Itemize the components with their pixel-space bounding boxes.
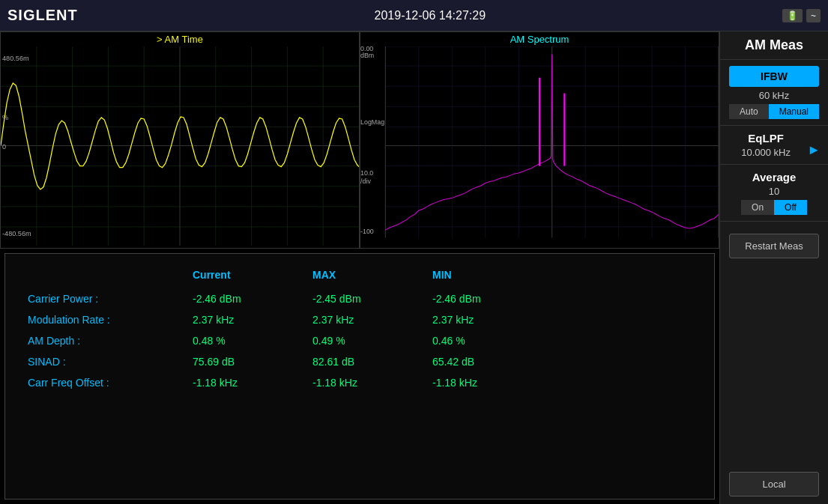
- ifbw-section: IFBW 60 kHz Auto Manual: [720, 59, 828, 125]
- eqlpf-arrow-icon[interactable]: ►: [807, 142, 824, 158]
- spectrum-chart-svg: 0.00 dBm LogMag 10.0 /div -100: [360, 46, 719, 246]
- average-section: Average 10 On Off: [720, 164, 828, 221]
- table-row: AM Depth : 0.48 % 0.49 % 0.46 %: [28, 330, 692, 351]
- eqlpf-section: EqLPF 10.000 kHz ►: [720, 125, 828, 164]
- average-toggle: On Off: [741, 200, 807, 215]
- data-panel: Current MAX MIN Carrier Power : -2.46 dB…: [4, 253, 715, 500]
- svg-text:480.56m: 480.56m: [2, 55, 29, 62]
- header-icons: 🔋 ~: [782, 9, 821, 22]
- svg-text:/div: /div: [360, 177, 372, 185]
- table-row: Carr Freq Offset : -1.18 kHz -1.18 kHz -…: [28, 372, 692, 393]
- ifbw-auto-button[interactable]: Auto: [729, 104, 769, 119]
- am-depth-current: 0.48 %: [193, 335, 312, 347]
- time-chart-title: > AM Time: [1, 32, 359, 46]
- carrier-power-max: -2.45 dBm: [312, 293, 432, 305]
- eqlpf-value: 10.000 kHz: [725, 147, 807, 158]
- header: SIGLENT 2019-12-06 14:27:29 🔋 ~: [0, 0, 828, 31]
- modulation-rate-current: 2.37 kHz: [193, 314, 312, 326]
- ifbw-value: 60 kHz: [759, 90, 789, 101]
- carrier-power-min: -2.46 dBm: [432, 293, 552, 305]
- average-value: 10: [769, 186, 779, 197]
- sinad-max: 82.61 dB: [312, 356, 432, 368]
- am-depth-min: 0.46 %: [432, 335, 552, 347]
- svg-text:-100: -100: [360, 228, 374, 236]
- svg-text:%: %: [2, 114, 8, 121]
- carr-freq-offset-min: -1.18 kHz: [432, 377, 552, 389]
- restart-meas-button[interactable]: Restart Meas: [729, 234, 819, 258]
- battery-icon: 🔋: [782, 9, 803, 22]
- am-depth-label: AM Depth :: [28, 335, 193, 347]
- svg-text:LogMag: LogMag: [360, 119, 384, 127]
- col-max: MAX: [312, 269, 432, 281]
- eqlpf-label: EqLPF: [725, 132, 807, 145]
- sinad-label: SINAD :: [28, 356, 193, 368]
- average-label: Average: [752, 171, 797, 183]
- datetime: 2019-12-06 14:27:29: [375, 9, 486, 22]
- left-area: > AM Time: [0, 31, 719, 504]
- col-min: MIN: [432, 269, 552, 281]
- modulation-rate-min: 2.37 kHz: [432, 314, 552, 326]
- time-chart-svg: 480.56m % 0 -480.56m: [1, 46, 359, 246]
- charts-row: > AM Time: [0, 31, 719, 249]
- logo: SIGLENT: [7, 7, 78, 24]
- ifbw-toggle: Auto Manual: [729, 104, 819, 119]
- spectrum-chart-title: AM Spectrum: [360, 32, 719, 46]
- svg-text:10.0: 10.0: [360, 169, 373, 177]
- svg-text:0: 0: [2, 143, 6, 151]
- sinad-current: 75.69 dB: [193, 356, 312, 368]
- time-chart-container: > AM Time: [0, 31, 360, 249]
- network-icon: ~: [806, 9, 821, 22]
- svg-text:dBm: dBm: [360, 52, 374, 59]
- carrier-power-label: Carrier Power :: [28, 293, 193, 305]
- ifbw-manual-button[interactable]: Manual: [769, 104, 819, 119]
- table-row: Modulation Rate : 2.37 kHz 2.37 kHz 2.37…: [28, 309, 692, 330]
- carrier-power-current: -2.46 dBm: [193, 293, 312, 305]
- restart-section: Restart Meas: [720, 221, 828, 270]
- spectrum-chart-container: AM Spectrum: [360, 31, 719, 249]
- table-row: Carrier Power : -2.46 dBm -2.45 dBm -2.4…: [28, 288, 692, 309]
- sidebar-title: AM Meas: [720, 31, 828, 59]
- modulation-rate-label: Modulation Rate :: [28, 314, 193, 326]
- carr-freq-offset-max: -1.18 kHz: [312, 377, 432, 389]
- col-empty: [28, 269, 193, 281]
- carr-freq-offset-label: Carr Freq Offset :: [28, 377, 193, 389]
- right-sidebar: AM Meas IFBW 60 kHz Auto Manual EqLPF 10…: [719, 31, 828, 504]
- average-off-button[interactable]: Off: [774, 200, 807, 215]
- carr-freq-offset-current: -1.18 kHz: [193, 377, 312, 389]
- average-on-button[interactable]: On: [741, 200, 774, 215]
- table-row: SINAD : 75.69 dB 82.61 dB 65.42 dB: [28, 351, 692, 372]
- eqlpf-row: EqLPF 10.000 kHz ►: [725, 132, 824, 158]
- sinad-min: 65.42 dB: [432, 356, 552, 368]
- main-content: > AM Time: [0, 31, 828, 504]
- svg-text:-480.56m: -480.56m: [2, 230, 31, 237]
- modulation-rate-max: 2.37 kHz: [312, 314, 432, 326]
- col-current: Current: [193, 269, 312, 281]
- am-depth-max: 0.49 %: [312, 335, 432, 347]
- data-headers: Current MAX MIN: [28, 269, 692, 281]
- ifbw-button[interactable]: IFBW: [729, 66, 819, 87]
- local-button[interactable]: Local: [729, 472, 819, 497]
